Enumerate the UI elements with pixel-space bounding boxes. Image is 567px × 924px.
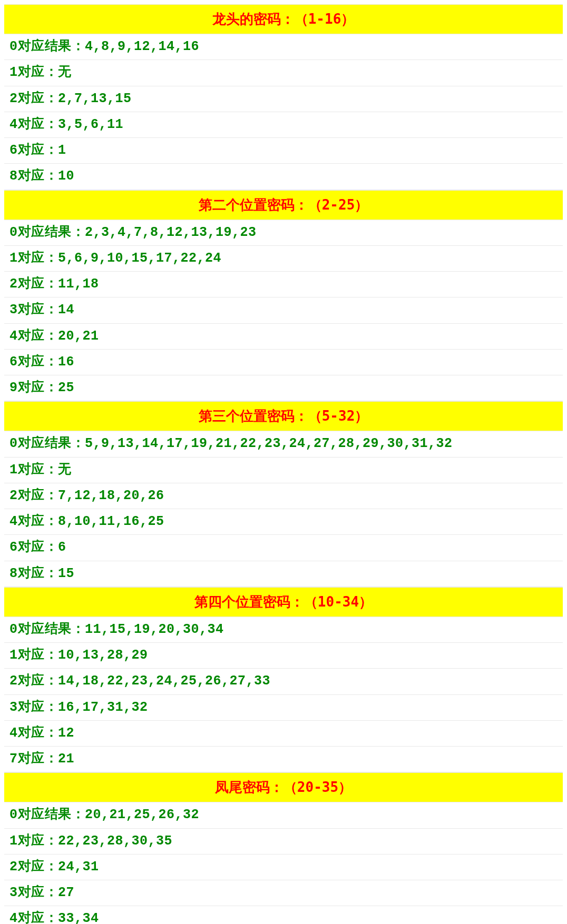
- data-row: 0对应结果：4,8,9,12,14,16: [4, 34, 563, 60]
- section-header: 龙头的密码：（1-16）: [4, 4, 563, 34]
- data-row: 1对应：10,13,28,29: [4, 643, 563, 669]
- section-header: 第二个位置密码：（2-25）: [4, 190, 563, 220]
- section-header: 第四个位置密码：（10-34）: [4, 587, 563, 617]
- data-row: 2对应：7,12,18,20,26: [4, 483, 563, 509]
- section-header: 第三个位置密码：（5-32）: [4, 401, 563, 431]
- data-row: 2对应：2,7,13,15: [4, 86, 563, 112]
- section-header: 凤尾密码：（20-35）: [4, 772, 563, 802]
- data-row: 6对应：1: [4, 138, 563, 164]
- data-row: 4对应：3,5,6,11: [4, 112, 563, 138]
- data-row: 4对应：12: [4, 721, 563, 747]
- data-row: 1对应：5,6,9,10,15,17,22,24: [4, 246, 563, 272]
- data-row: 3对应：14: [4, 297, 563, 323]
- data-row: 4对应：20,21: [4, 324, 563, 350]
- data-row: 1对应：无: [4, 60, 563, 86]
- data-row: 6对应：16: [4, 350, 563, 375]
- data-row: 0对应结果：5,9,13,14,17,19,21,22,23,24,27,28,…: [4, 431, 563, 457]
- data-row: 2对应：14,18,22,23,24,25,26,27,33: [4, 669, 563, 694]
- section-2: 第三个位置密码：（5-32）0对应结果：5,9,13,14,17,19,21,2…: [4, 401, 563, 587]
- data-row: 3对应：16,17,31,32: [4, 695, 563, 721]
- data-row: 0对应结果：20,21,25,26,32: [4, 802, 563, 828]
- data-row: 4对应：33,34: [4, 906, 563, 924]
- data-row: 2对应：11,18: [4, 272, 563, 297]
- section-3: 第四个位置密码：（10-34）0对应结果：11,15,19,20,30,341对…: [4, 587, 563, 773]
- data-row: 4对应：8,10,11,16,25: [4, 509, 563, 535]
- data-row: 1对应：无: [4, 458, 563, 483]
- section-1: 第二个位置密码：（2-25）0对应结果：2,3,4,7,8,12,13,19,2…: [4, 190, 563, 402]
- data-row: 3对应：27: [4, 880, 563, 906]
- data-row: 9对应：25: [4, 375, 563, 401]
- section-4: 凤尾密码：（20-35）0对应结果：20,21,25,26,321对应：22,2…: [4, 772, 563, 924]
- code-table: 龙头的密码：（1-16）0对应结果：4,8,9,12,14,161对应：无2对应…: [4, 4, 563, 924]
- data-row: 1对应：22,23,28,30,35: [4, 829, 563, 855]
- data-row: 0对应结果：2,3,4,7,8,12,13,19,23: [4, 220, 563, 246]
- data-row: 8对应：10: [4, 164, 563, 190]
- data-row: 0对应结果：11,15,19,20,30,34: [4, 617, 563, 643]
- section-0: 龙头的密码：（1-16）0对应结果：4,8,9,12,14,161对应：无2对应…: [4, 4, 563, 190]
- data-row: 7对应：21: [4, 747, 563, 772]
- data-row: 2对应：24,31: [4, 855, 563, 880]
- data-row: 8对应：15: [4, 561, 563, 587]
- data-row: 6对应：6: [4, 535, 563, 561]
